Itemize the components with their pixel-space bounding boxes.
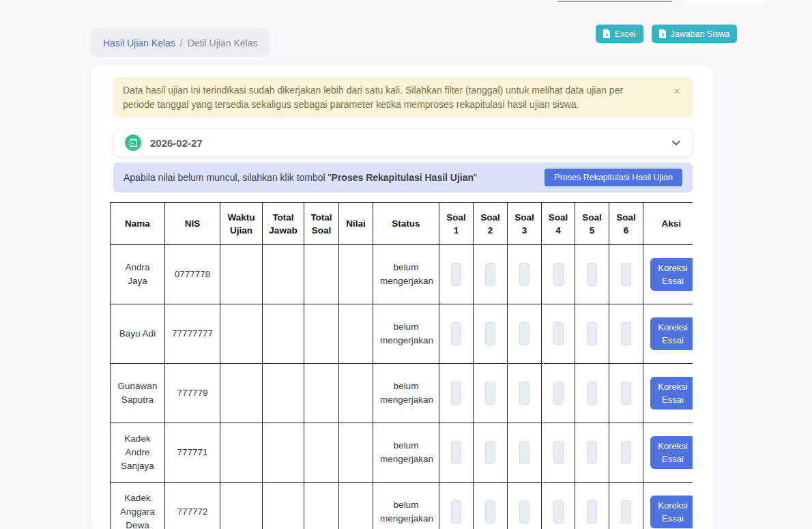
status-cell: belum mengerjakan bbox=[373, 364, 439, 423]
nilai-cell bbox=[339, 483, 373, 529]
rekapitulasi-info-text: Apabila nilai belum muncul, silahkan kli… bbox=[124, 172, 477, 183]
soal-2-input[interactable] bbox=[485, 382, 495, 405]
file-excel-icon: x bbox=[659, 29, 667, 38]
koreksi-essai-button[interactable]: Koreksi Essai bbox=[650, 258, 693, 291]
content-card: Data hasil ujian ini terindikasi sudah d… bbox=[91, 66, 713, 529]
aksi-cell: Koreksi Essai bbox=[643, 245, 693, 304]
total-jawab-cell bbox=[263, 364, 304, 423]
soal-5-input[interactable] bbox=[587, 500, 597, 524]
soal-6-input[interactable] bbox=[621, 500, 631, 524]
soal-4-cell bbox=[542, 364, 575, 423]
soal-4-input[interactable] bbox=[553, 322, 564, 345]
soal-6-cell bbox=[609, 423, 643, 483]
soal-1-input[interactable] bbox=[451, 500, 461, 524]
soal-3-cell bbox=[508, 304, 542, 364]
total-soal-cell bbox=[304, 245, 339, 304]
koreksi-essai-button[interactable]: Koreksi Essai bbox=[650, 377, 693, 410]
nis-cell: 777779 bbox=[165, 364, 220, 423]
soal-3-input[interactable] bbox=[519, 441, 530, 464]
koreksi-essai-button[interactable]: Koreksi Essai bbox=[650, 317, 693, 350]
total-jawab-cell bbox=[263, 245, 304, 304]
results-table-container: NamaNISWaktu UjianTotal JawabTotal SoalN… bbox=[110, 202, 693, 529]
nis-cell: 77777777 bbox=[165, 304, 220, 364]
breadcrumb-separator: / bbox=[180, 38, 183, 48]
aksi-cell: Koreksi Essai bbox=[643, 483, 693, 529]
koreksi-essai-button[interactable]: Koreksi Essai bbox=[650, 496, 693, 528]
date-filter-select[interactable]: 2026-02-27 bbox=[113, 128, 693, 157]
col-header-total-soal: Total Soal bbox=[304, 203, 339, 245]
window-edge-artifact bbox=[557, 1, 672, 2]
aksi-cell: Koreksi Essai bbox=[643, 364, 693, 423]
soal-4-input[interactable] bbox=[553, 500, 564, 524]
col-header-nis: NIS bbox=[165, 203, 220, 245]
col-header-aksi: Aksi bbox=[643, 203, 693, 245]
soal-2-input[interactable] bbox=[485, 441, 495, 464]
soal-2-cell bbox=[474, 423, 508, 483]
soal-3-input[interactable] bbox=[519, 263, 530, 286]
proses-rekapitulasi-button[interactable]: Proses Rekapitulasi Hasil Ujian bbox=[545, 169, 682, 186]
soal-6-input[interactable] bbox=[621, 263, 631, 286]
nis-cell: 0777778 bbox=[165, 245, 220, 304]
soal-5-input[interactable] bbox=[587, 441, 597, 464]
soal-4-input[interactable] bbox=[553, 382, 564, 405]
table-row: Bayu Adi77777777belum mengerjakanKoreksi… bbox=[111, 304, 693, 364]
soal-2-cell bbox=[474, 364, 508, 423]
soal-3-input[interactable] bbox=[519, 382, 530, 405]
soal-2-cell bbox=[474, 483, 508, 529]
soal-1-cell bbox=[439, 245, 474, 304]
excel-button[interactable]: x Excel bbox=[596, 25, 643, 43]
soal-2-input[interactable] bbox=[485, 500, 495, 524]
soal-5-input[interactable] bbox=[587, 322, 597, 345]
soal-1-cell bbox=[439, 364, 474, 423]
soal-2-cell bbox=[474, 245, 508, 304]
soal-4-cell bbox=[542, 483, 575, 529]
soal-1-cell bbox=[439, 423, 474, 483]
breadcrumb-link-hasil-ujian-kelas[interactable]: Hasil Ujian Kelas bbox=[103, 38, 175, 48]
soal-1-cell bbox=[439, 304, 474, 364]
table-row: Kadek Andre Sanjaya777771belum mengerjak… bbox=[111, 423, 693, 483]
soal-3-input[interactable] bbox=[519, 322, 530, 345]
table-row: Gunawan Saputra777779belum mengerjakanKo… bbox=[111, 364, 693, 423]
soal-5-input[interactable] bbox=[587, 382, 597, 405]
rekapitulasi-info-bar: Apabila nilai belum muncul, silahkan kli… bbox=[113, 162, 693, 192]
jawaban-siswa-button[interactable]: x Jawaban Siswa bbox=[652, 25, 738, 43]
soal-6-cell bbox=[609, 483, 643, 529]
soal-6-input[interactable] bbox=[621, 322, 631, 345]
col-header-total-jawab: Total Jawab bbox=[263, 203, 304, 245]
waktu-ujian-cell bbox=[220, 364, 263, 423]
soal-1-input[interactable] bbox=[451, 441, 461, 464]
soal-4-cell bbox=[542, 245, 575, 304]
col-header-soal-4: Soal 4 bbox=[542, 203, 575, 245]
waktu-ujian-cell bbox=[220, 483, 263, 529]
soal-6-cell bbox=[609, 245, 643, 304]
soal-2-input[interactable] bbox=[485, 322, 495, 345]
soal-3-input[interactable] bbox=[519, 500, 530, 524]
waktu-ujian-cell bbox=[220, 304, 263, 364]
soal-3-cell bbox=[508, 423, 542, 483]
soal-6-input[interactable] bbox=[621, 382, 631, 405]
breadcrumb-current: Detil Ujian Kelas bbox=[188, 38, 258, 48]
soal-4-input[interactable] bbox=[553, 263, 564, 286]
total-soal-cell bbox=[304, 304, 339, 364]
total-jawab-cell bbox=[263, 483, 304, 529]
nama-cell: Andra Jaya bbox=[111, 245, 165, 304]
soal-5-cell bbox=[575, 364, 609, 423]
nilai-cell bbox=[339, 364, 373, 423]
svg-text:x: x bbox=[606, 32, 609, 37]
koreksi-essai-button[interactable]: Koreksi Essai bbox=[650, 436, 693, 469]
soal-4-input[interactable] bbox=[553, 441, 564, 464]
col-header-nama: Nama bbox=[111, 203, 165, 245]
soal-5-input[interactable] bbox=[587, 263, 597, 286]
alert-close-button[interactable]: × bbox=[673, 85, 680, 97]
total-soal-cell bbox=[304, 423, 339, 483]
nilai-cell bbox=[339, 245, 373, 304]
soal-6-input[interactable] bbox=[621, 441, 631, 464]
soal-5-cell bbox=[575, 483, 609, 529]
soal-1-input[interactable] bbox=[451, 322, 461, 345]
soal-1-input[interactable] bbox=[451, 382, 461, 405]
col-header-nilai: Nilai bbox=[339, 203, 373, 245]
soal-5-cell bbox=[575, 304, 609, 364]
waktu-ujian-cell bbox=[220, 245, 263, 304]
soal-1-input[interactable] bbox=[451, 263, 461, 286]
soal-2-input[interactable] bbox=[485, 263, 495, 286]
